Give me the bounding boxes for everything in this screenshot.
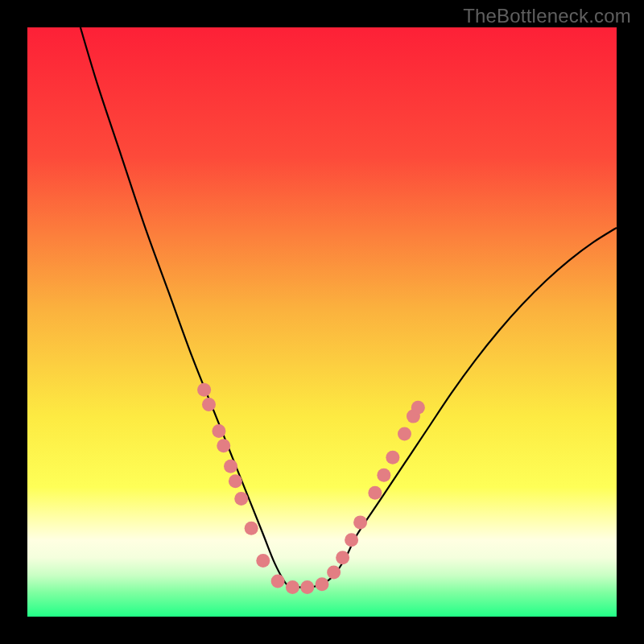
data-marker <box>377 469 390 482</box>
data-marker <box>368 486 382 500</box>
data-marker <box>398 427 411 441</box>
data-marker <box>353 515 367 529</box>
data-marker <box>234 492 248 506</box>
plot-area <box>27 27 617 617</box>
data-marker <box>327 566 341 580</box>
plot-svg <box>27 27 617 617</box>
data-marker <box>345 533 358 547</box>
data-marker <box>271 575 285 588</box>
data-marker <box>224 460 237 473</box>
data-marker <box>202 398 216 411</box>
data-marker <box>217 439 230 452</box>
data-marker <box>245 522 258 535</box>
data-marker <box>286 580 299 594</box>
data-marker <box>386 451 399 464</box>
data-marker <box>300 580 314 594</box>
data-marker <box>411 401 425 415</box>
data-marker <box>256 554 270 568</box>
data-marker <box>316 577 329 591</box>
data-marker <box>336 551 349 564</box>
watermark-text: TheBottleneck.com <box>463 5 631 27</box>
chart-frame: TheBottleneck.com <box>0 0 644 644</box>
data-marker <box>212 424 225 438</box>
data-marker <box>229 474 242 488</box>
data-marker <box>197 383 211 397</box>
gradient-rect <box>27 27 617 617</box>
